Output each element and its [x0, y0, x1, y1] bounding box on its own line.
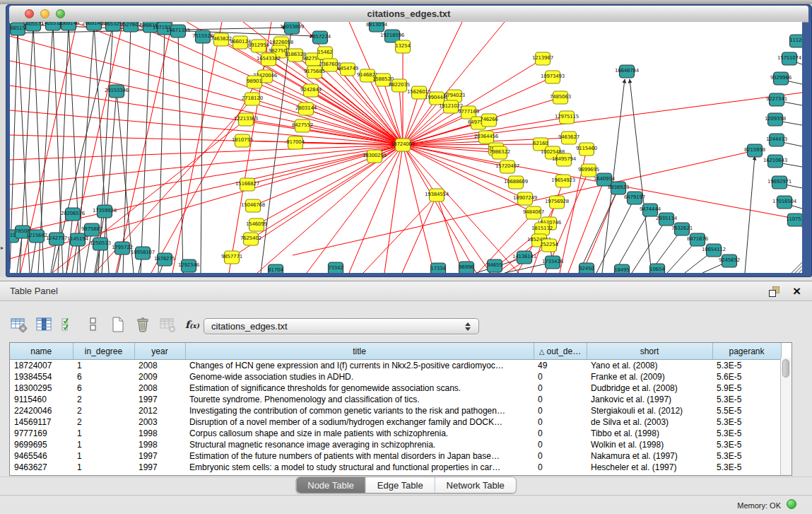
- graph-node[interactable]: 9329966: [770, 72, 792, 85]
- graph-node[interactable]: 73342: [328, 262, 343, 273]
- graph-node[interactable]: 13254: [395, 40, 411, 53]
- table-scrollbar[interactable]: [780, 358, 792, 475]
- table-cell[interactable]: 19384554: [10, 371, 73, 382]
- graph-node[interactable]: 1215682: [26, 230, 47, 243]
- table-cell[interactable]: 18724007: [10, 360, 73, 372]
- graph-node[interactable]: 15166827: [235, 178, 259, 191]
- table-cell[interactable]: 2009: [134, 371, 185, 382]
- graph-node[interactable]: 16648784: [615, 65, 640, 78]
- graph-node[interactable]: 917004: [286, 136, 305, 149]
- table-cell[interactable]: 1998: [134, 439, 185, 450]
- float-panel-icon[interactable]: [769, 286, 779, 297]
- table-cell[interactable]: de Silva et al. (2003): [587, 416, 712, 428]
- graph-node[interactable]: 9463627: [558, 132, 579, 144]
- canvas-resize-grip[interactable]: [792, 262, 802, 273]
- graph-node[interactable]: 94655: [487, 259, 502, 272]
- row-height-icon[interactable]: [84, 315, 102, 334]
- table-cell[interactable]: Jankovic et al. (1997): [587, 394, 712, 405]
- graph-node[interactable]: 1527602: [120, 22, 141, 32]
- graph-node[interactable]: 98901: [247, 76, 261, 88]
- graph-node[interactable]: 14136141: [512, 251, 536, 264]
- table-cell[interactable]: 2008: [134, 360, 185, 372]
- table-cell[interactable]: Stergiakouli et al. (2012): [587, 405, 712, 416]
- close-panel-icon[interactable]: ×: [793, 282, 801, 300]
- table-cell[interactable]: 5.3E-5: [712, 439, 781, 450]
- table-cell[interactable]: Estimation of the future numbers of pati…: [185, 450, 534, 462]
- graph-node[interactable]: 16210643: [763, 155, 787, 168]
- table-cell[interactable]: Structural magnetic resonance image aver…: [185, 439, 534, 450]
- table-cell[interactable]: 1: [73, 439, 134, 450]
- collapsed-panel-arrow-icon[interactable]: ▸: [1, 245, 4, 251]
- table-cell[interactable]: 5.3E-5: [712, 462, 781, 473]
- network-view-window[interactable]: citations_edges.txt 16651551405571140557…: [6, 4, 812, 277]
- graph-node[interactable]: 10654: [649, 264, 665, 273]
- graph-node[interactable]: 9245652: [719, 255, 740, 267]
- table-row[interactable]: 969969511998Structural magnetic resonanc…: [10, 439, 781, 450]
- table-row[interactable]: 977716911998Corpus callosum shape and si…: [10, 428, 781, 439]
- graph-node[interactable]: 7857224: [310, 31, 331, 44]
- graph-node[interactable]: 2718120: [242, 93, 263, 105]
- table-row[interactable]: 1456911722003Disruption of a novel membe…: [10, 416, 781, 428]
- table-cell[interactable]: 5.3E-5: [712, 416, 781, 428]
- table-cell[interactable]: Corpus callosum shape and size in male p…: [185, 428, 534, 439]
- select-mode-icon[interactable]: [59, 315, 78, 334]
- column-header-in_degree[interactable]: in_degree: [73, 343, 134, 360]
- table-cell[interactable]: 6: [73, 371, 134, 382]
- table-cell[interactable]: 5.3E-5: [712, 360, 781, 372]
- table-cell[interactable]: 49: [534, 360, 587, 372]
- graph-node[interactable]: 18300295: [363, 150, 387, 163]
- table-cell[interactable]: 0: [534, 416, 587, 428]
- graph-node[interactable]: 1733426: [542, 256, 564, 269]
- node-table-grid[interactable]: namein_degreeyeartitle△out_de…shortpager…: [10, 343, 782, 473]
- graph-node[interactable]: 10654112: [702, 244, 726, 257]
- graph-node[interactable]: 1546099: [246, 218, 267, 231]
- table-cell[interactable]: 9777169: [10, 428, 73, 439]
- table-cell[interactable]: Embryonic stem cells: a model to study s…: [185, 462, 534, 473]
- table-cell[interactable]: 5.5E-5: [712, 405, 781, 416]
- table-cell[interactable]: 6: [73, 382, 134, 394]
- table-cell[interactable]: 5.3E-5: [712, 394, 781, 405]
- graph-node[interactable]: 10688609: [504, 176, 528, 189]
- table-cell[interactable]: 1998: [134, 428, 185, 439]
- new-table-icon[interactable]: [109, 315, 127, 334]
- table-cell[interactable]: 1: [73, 450, 134, 462]
- table-cell[interactable]: Tibbo et al. (1998): [587, 428, 712, 439]
- graph-node[interactable]: 1213967: [532, 52, 553, 65]
- table-cell[interactable]: Wolkin et al. (1998): [587, 439, 712, 450]
- table-cell[interactable]: Tourette syndrome. Phenomenology and cla…: [185, 394, 534, 405]
- graph-node[interactable]: 1795722: [112, 242, 133, 255]
- graph-node[interactable]: 19756928: [545, 196, 569, 209]
- table-cell[interactable]: 0: [534, 405, 587, 416]
- graph-node[interactable]: 6479197: [624, 192, 645, 204]
- graph-node[interactable]: 7986322: [489, 146, 510, 159]
- graph-node[interactable]: 7485063: [550, 91, 571, 104]
- graph-node[interactable]: 9699695: [578, 164, 599, 177]
- graph-node[interactable]: 2069140: [58, 22, 79, 30]
- table-cell[interactable]: Hescheler et al. (1997): [587, 462, 712, 473]
- table-cell[interactable]: 1: [73, 428, 134, 439]
- function-builder-icon[interactable]: f(x): [183, 315, 201, 334]
- table-row[interactable]: 2242004622012Investigating the contribut…: [10, 405, 781, 416]
- graph-node[interactable]: 92450: [579, 263, 594, 273]
- graph-node[interactable]: 19384554: [425, 189, 449, 201]
- table-cell[interactable]: 9115460: [10, 394, 73, 405]
- table-cell[interactable]: Disruption of a novel member of a sodium…: [185, 416, 534, 428]
- table-cell[interactable]: Genome-wide association studies in ADHD.: [185, 371, 534, 382]
- graph-node[interactable]: 1242757: [46, 233, 67, 245]
- column-selection-icon[interactable]: [35, 315, 53, 334]
- graph-node[interactable]: 17016504: [772, 196, 797, 209]
- graph-node[interactable]: 9484067: [523, 206, 544, 219]
- graph-node[interactable]: 8215958: [744, 144, 765, 157]
- memory-status-indicator-icon[interactable]: [787, 499, 796, 509]
- table-cell[interactable]: 18300295: [10, 382, 73, 394]
- graph-node[interactable]: 15462: [317, 47, 332, 59]
- graph-node[interactable]: 11120: [789, 35, 802, 47]
- graph-node[interactable]: 15046768: [241, 199, 265, 212]
- table-cell[interactable]: 22420046: [10, 405, 73, 416]
- table-cell[interactable]: Estimation of significance thresholds fo…: [185, 382, 534, 394]
- table-cell[interactable]: 2008: [134, 382, 185, 394]
- graph-node[interactable]: 110753: [786, 214, 802, 226]
- graph-node[interactable]: 15720407: [495, 160, 519, 173]
- table-cell[interactable]: Investigating the contribution of common…: [185, 405, 534, 416]
- table-cell[interactable]: 0: [534, 428, 587, 439]
